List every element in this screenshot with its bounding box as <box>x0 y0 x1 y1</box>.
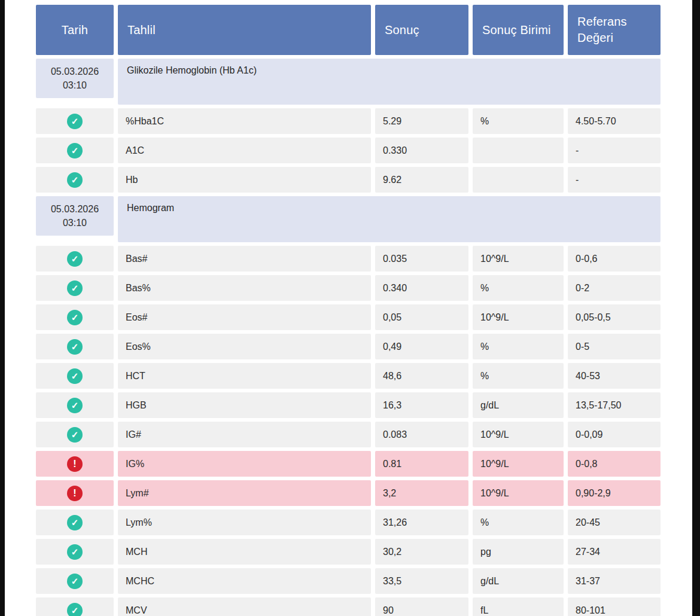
tahlil-cell: Bas% <box>118 275 371 301</box>
screen-edge-left <box>0 0 5 616</box>
tahlil-cell: MCHC <box>118 568 371 594</box>
column-header-sonuc: Sonuç <box>375 5 468 55</box>
check-icon: ✓ <box>67 339 83 355</box>
status-cell: ✓ <box>36 510 114 535</box>
result-row: ✓MCHC33,5g/dL31-37 <box>36 568 661 594</box>
check-icon: ✓ <box>67 427 83 443</box>
check-icon: ✓ <box>67 143 83 158</box>
check-icon: ✓ <box>67 310 83 325</box>
tahlil-cell: Eos% <box>118 334 371 359</box>
group-time: 03:10 <box>63 216 87 230</box>
status-cell: ✓ <box>36 334 114 359</box>
column-header-referans: Referans Değeri <box>568 5 661 55</box>
sonuc-cell: 0.083 <box>375 422 468 447</box>
check-icon: ✓ <box>67 172 83 188</box>
birim-cell: % <box>473 275 564 301</box>
birim-cell: 10^9/L <box>473 451 564 477</box>
birim-cell: 10^9/L <box>473 480 564 506</box>
result-row: ✓Bas%0.340%0-2 <box>36 275 661 301</box>
sonuc-cell: 33,5 <box>375 568 468 594</box>
check-icon: ✓ <box>67 515 83 530</box>
group-header-row: 05.03.202603:10Glikozile Hemoglobin (Hb … <box>36 59 661 105</box>
status-cell: ✓ <box>36 539 114 565</box>
result-row: ✓IG#0.08310^9/L0-0,09 <box>36 422 661 447</box>
group-date-cell: 05.03.202603:10 <box>36 59 114 98</box>
group-date: 05.03.2026 <box>51 65 99 78</box>
tahlil-cell: HCT <box>118 363 371 389</box>
tahlil-cell: Eos# <box>118 304 371 330</box>
tahlil-cell: IG# <box>118 422 371 447</box>
group-name: Hemogram <box>118 196 661 242</box>
sonuc-cell: 30,2 <box>375 539 468 565</box>
sonuc-cell: 3,2 <box>375 480 468 506</box>
tahlil-cell: MCH <box>118 539 371 565</box>
result-row: ✓HCT48,6%40-53 <box>36 363 661 389</box>
group-time: 03:10 <box>63 78 87 92</box>
referans-cell: 0-0,6 <box>568 246 661 272</box>
birim-cell: % <box>473 108 564 134</box>
check-icon: ✓ <box>67 280 83 296</box>
table-header-row: Tarih Tahlil Sonuç Sonuç Birimi Referans… <box>36 5 661 55</box>
tahlil-cell: IG% <box>118 451 371 477</box>
column-header-birim: Sonuç Birimi <box>473 5 564 55</box>
group-date-cell: 05.03.202603:10 <box>36 196 114 236</box>
group-header-row: 05.03.202603:10Hemogram <box>36 196 661 242</box>
exclamation-icon: ! <box>67 486 83 501</box>
status-cell: ✓ <box>36 597 114 616</box>
birim-cell: fL <box>473 597 564 616</box>
exclamation-icon: ! <box>67 456 83 472</box>
status-cell: ! <box>36 480 114 506</box>
referans-cell: 0-2 <box>568 275 661 301</box>
status-cell: ! <box>36 451 114 477</box>
sonuc-cell: 5.29 <box>375 108 468 134</box>
group-date: 05.03.2026 <box>51 202 99 216</box>
referans-cell: 0-5 <box>568 334 661 359</box>
sonuc-cell: 31,26 <box>375 510 468 535</box>
referans-cell: 31-37 <box>568 568 661 594</box>
result-row: ✓A1C0.330- <box>36 138 661 163</box>
birim-cell: 10^9/L <box>473 422 564 447</box>
column-header-tarih: Tarih <box>36 5 114 55</box>
lab-results-table: Tarih Tahlil Sonuç Sonuç Birimi Referans… <box>36 5 661 616</box>
referans-cell: 20-45 <box>568 510 661 535</box>
tahlil-cell: Bas# <box>118 246 371 272</box>
referans-cell: 0-0,8 <box>568 451 661 477</box>
screen-edge-right <box>692 0 700 616</box>
group-name: Glikozile Hemoglobin (Hb A1c) <box>118 59 661 105</box>
referans-cell: - <box>568 167 661 193</box>
status-cell: ✓ <box>36 167 114 193</box>
result-row: ✓%Hba1C5.29%4.50-5.70 <box>36 108 661 134</box>
result-row: ✓MCH30,2pg27-34 <box>36 539 661 565</box>
status-cell: ✓ <box>36 138 114 163</box>
referans-cell: 13,5-17,50 <box>568 392 661 418</box>
referans-cell: 0-0,09 <box>568 422 661 447</box>
result-row: !IG%0.8110^9/L0-0,8 <box>36 451 661 477</box>
check-icon: ✓ <box>67 603 83 616</box>
status-cell: ✓ <box>36 568 114 594</box>
birim-cell: 10^9/L <box>473 304 564 330</box>
result-row: ✓Eos%0,49%0-5 <box>36 334 661 359</box>
birim-cell: g/dL <box>473 568 564 594</box>
tahlil-cell: A1C <box>118 138 371 163</box>
referans-cell: 27-34 <box>568 539 661 565</box>
tahlil-cell: MCV <box>118 597 371 616</box>
column-header-tahlil: Tahlil <box>118 5 371 55</box>
check-icon: ✓ <box>67 398 83 413</box>
birim-cell <box>473 167 564 193</box>
check-icon: ✓ <box>67 544 83 560</box>
birim-cell <box>473 138 564 163</box>
birim-cell: g/dL <box>473 392 564 418</box>
sonuc-cell: 0.035 <box>375 246 468 272</box>
sonuc-cell: 0,49 <box>375 334 468 359</box>
check-icon: ✓ <box>67 574 83 589</box>
sonuc-cell: 0.340 <box>375 275 468 301</box>
table-body: 05.03.202603:10Glikozile Hemoglobin (Hb … <box>36 59 661 616</box>
result-row: ✓Hb9.62- <box>36 167 661 193</box>
status-cell: ✓ <box>36 304 114 330</box>
tahlil-cell: Hb <box>118 167 371 193</box>
result-row: ✓Bas#0.03510^9/L0-0,6 <box>36 246 661 272</box>
birim-cell: % <box>473 334 564 359</box>
sonuc-cell: 0.81 <box>375 451 468 477</box>
sonuc-cell: 9.62 <box>375 167 468 193</box>
sonuc-cell: 90 <box>375 597 468 616</box>
